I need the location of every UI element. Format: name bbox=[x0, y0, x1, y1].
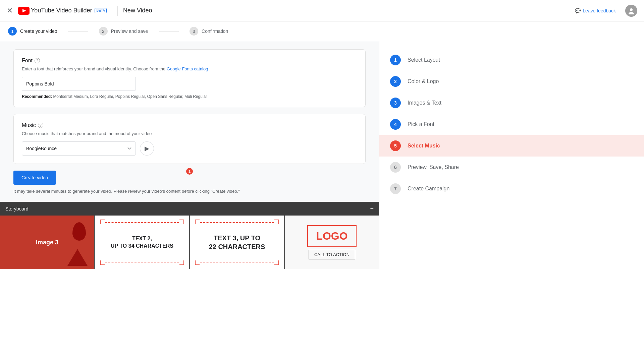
font-card-desc: Enter a font that reinforces your brand … bbox=[22, 66, 357, 71]
sidebar-step-2-label: Color & Logo bbox=[408, 78, 439, 84]
frame-dashes-bottom bbox=[105, 262, 179, 262]
step-3-circle: 3 bbox=[190, 27, 198, 36]
create-video-note: It may take several minutes to generate … bbox=[13, 189, 366, 194]
google-fonts-link[interactable]: Google Fonts catalog bbox=[167, 66, 208, 71]
sidebar-step-7-circle: 7 bbox=[390, 183, 401, 194]
frame-1-label: Image 3 bbox=[36, 239, 58, 246]
header-actions: 💬 Leave feedback bbox=[571, 5, 637, 17]
step-connector-1 bbox=[68, 31, 88, 32]
svg-point-3 bbox=[629, 12, 634, 14]
right-sidebar: 1 Select Layout 2 Color & Logo 3 Images … bbox=[379, 41, 644, 269]
create-video-section: 1 Create video It may take several minut… bbox=[13, 171, 366, 194]
notification-badge: 1 bbox=[186, 168, 193, 175]
sidebar-step-7-label: Create Campaign bbox=[408, 186, 449, 192]
font-recommended: Recommended: Montserrat Medium, Lora Reg… bbox=[22, 94, 357, 99]
frame3-dashes-bottom bbox=[200, 262, 274, 262]
storyboard-frames: Image 3 TEXT 2, UP TO 34 CHARACTERS bbox=[0, 216, 379, 269]
sidebar-step-4-circle: 4 bbox=[390, 119, 401, 130]
sidebar-step-3-circle: 3 bbox=[390, 98, 401, 108]
music-card: Music ? Choose music that matches your b… bbox=[13, 114, 366, 164]
font-card: Font ? Enter a font that reinforces your… bbox=[13, 49, 366, 107]
sidebar-step-2[interactable]: 2 Color & Logo bbox=[379, 71, 644, 92]
avatar[interactable] bbox=[625, 5, 637, 17]
step-connector-2 bbox=[159, 31, 179, 32]
triangle-decoration bbox=[67, 249, 88, 266]
scrollable-content: Font ? Enter a font that reinforces your… bbox=[0, 41, 379, 202]
frame3-corner-bl bbox=[195, 260, 200, 265]
sidebar-step-7[interactable]: 7 Create Campaign bbox=[379, 178, 644, 199]
music-info-icon[interactable]: ? bbox=[38, 123, 43, 128]
music-card-title: Music ? bbox=[22, 122, 357, 128]
frame3-corner-br bbox=[274, 260, 279, 265]
storyboard-frame-4[interactable]: LOGO CALL TO ACTION bbox=[285, 216, 379, 269]
step-2-circle: 2 bbox=[99, 27, 108, 36]
cta-text: CALL TO ACTION bbox=[309, 250, 355, 259]
sidebar-step-6[interactable]: 6 Preview, Save, Share bbox=[379, 157, 644, 178]
youtube-logo: YouTube Video Builder BETA bbox=[18, 7, 107, 15]
beta-badge: BETA bbox=[95, 8, 106, 13]
frame-3-text: TEXT 3, UP TO 22 CHARACTERS bbox=[209, 234, 265, 251]
left-content: Font ? Enter a font that reinforces your… bbox=[0, 41, 379, 269]
close-button[interactable]: ✕ bbox=[7, 6, 13, 15]
sidebar-step-5-label: Select Music bbox=[408, 143, 440, 149]
frame3-corner-tr bbox=[274, 220, 279, 224]
frame3-corner-tl bbox=[195, 220, 200, 224]
music-select[interactable]: BoogieBounce Summer Vibes Corporate Puls… bbox=[22, 141, 136, 156]
logo-box: LOGO bbox=[307, 225, 356, 247]
frame-corner-tr bbox=[179, 220, 184, 224]
storyboard-title: Storyboard bbox=[5, 206, 28, 212]
frame-1-content: Image 3 bbox=[36, 239, 58, 246]
steps-bar: 1 Create your video 2 Preview and save 3… bbox=[0, 21, 644, 41]
logo-text: LOGO bbox=[316, 230, 347, 242]
sidebar-step-1-label: Select Layout bbox=[408, 57, 440, 63]
font-card-title: Font ? bbox=[22, 58, 357, 64]
frame-2-text: TEXT 2, UP TO 34 CHARACTERS bbox=[111, 235, 173, 250]
feedback-label: Leave feedback bbox=[583, 8, 616, 13]
app-name: YouTube Video Builder bbox=[31, 7, 92, 14]
sidebar-step-3[interactable]: 3 Images & Text bbox=[379, 92, 644, 114]
sidebar-step-4[interactable]: 4 Pick a Font bbox=[379, 114, 644, 135]
sidebar-step-2-circle: 2 bbox=[390, 76, 401, 87]
sidebar-step-6-circle: 6 bbox=[390, 162, 401, 173]
music-play-button[interactable]: ▶ bbox=[140, 141, 154, 156]
feedback-icon: 💬 bbox=[575, 8, 581, 13]
sidebar-step-4-label: Pick a Font bbox=[408, 121, 434, 127]
storyboard-header: Storyboard − bbox=[0, 202, 379, 216]
font-input[interactable] bbox=[22, 77, 136, 91]
font-info-icon[interactable]: ? bbox=[35, 58, 40, 63]
sidebar-step-3-label: Images & Text bbox=[408, 100, 441, 106]
step-1-circle: 1 bbox=[8, 27, 17, 36]
music-row: BoogieBounce Summer Vibes Corporate Puls… bbox=[22, 141, 357, 156]
frame-corner-bl bbox=[100, 260, 105, 265]
storyboard-section: Storyboard − Image 3 bbox=[0, 202, 379, 269]
page-title: New Video bbox=[123, 7, 571, 14]
storyboard-frame-3[interactable]: TEXT 3, UP TO 22 CHARACTERS bbox=[190, 216, 285, 269]
sidebar-step-6-label: Preview, Save, Share bbox=[408, 164, 459, 170]
leave-feedback-button[interactable]: 💬 Leave feedback bbox=[571, 5, 620, 16]
frame-corner-tl bbox=[100, 220, 105, 224]
play-icon: ▶ bbox=[145, 145, 149, 152]
header-divider bbox=[117, 6, 118, 16]
sidebar-step-1[interactable]: 1 Select Layout bbox=[379, 49, 644, 71]
sidebar-step-5-circle: 5 bbox=[390, 140, 401, 151]
step-2-preview[interactable]: 2 Preview and save bbox=[99, 27, 148, 36]
step-3-confirmation[interactable]: 3 Confirmation bbox=[190, 27, 228, 36]
step-1-create[interactable]: 1 Create your video bbox=[8, 27, 57, 36]
storyboard-collapse-button[interactable]: − bbox=[370, 205, 374, 212]
header: ✕ YouTube Video Builder BETA New Video 💬… bbox=[0, 0, 644, 21]
app-logo: YouTube Video Builder BETA bbox=[18, 7, 107, 15]
sidebar-step-1-circle: 1 bbox=[390, 55, 401, 65]
create-video-button[interactable]: Create video bbox=[13, 171, 56, 185]
create-video-container: 1 Create video bbox=[13, 171, 366, 185]
storyboard-frame-1[interactable]: Image 3 bbox=[0, 216, 95, 269]
storyboard-frame-2[interactable]: TEXT 2, UP TO 34 CHARACTERS bbox=[95, 216, 190, 269]
step-1-label: Create your video bbox=[20, 28, 57, 34]
step-3-label: Confirmation bbox=[202, 28, 228, 34]
frame-corner-br bbox=[179, 260, 184, 265]
frame-dashes-top bbox=[105, 222, 179, 223]
svg-point-2 bbox=[630, 8, 633, 11]
music-card-desc: Choose music that matches your brand and… bbox=[22, 131, 357, 136]
step-2-label: Preview and save bbox=[111, 28, 148, 34]
sidebar-step-5[interactable]: 5 Select Music bbox=[379, 135, 644, 157]
drop-decoration bbox=[72, 222, 86, 241]
